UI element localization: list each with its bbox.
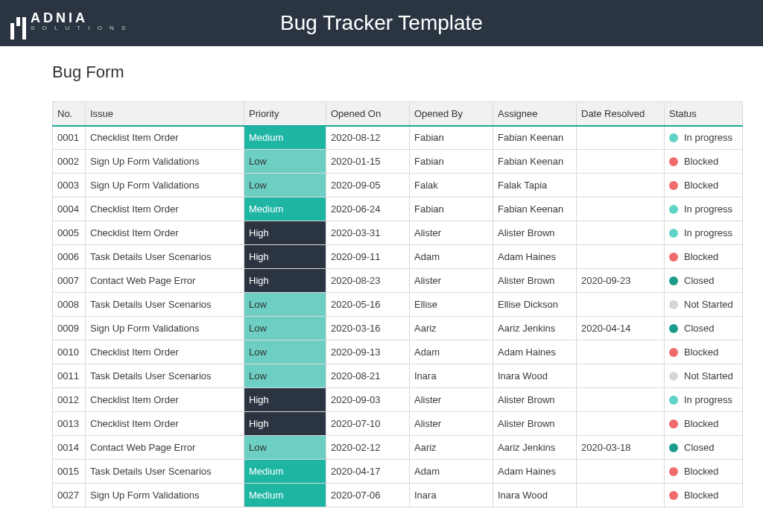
cell-no[interactable]: 0027 [53, 484, 86, 507]
cell-opened-by[interactable]: Alister [410, 221, 493, 245]
cell-priority[interactable]: High [244, 412, 326, 436]
table-row[interactable]: 0010Checklist Item OrderLow2020-09-13Ada… [53, 341, 743, 364]
table-row[interactable]: 0012Checklist Item OrderHigh2020-09-03Al… [53, 388, 743, 412]
cell-issue[interactable]: Sign Up Form Validations [86, 150, 244, 174]
cell-no[interactable]: 0013 [53, 412, 86, 436]
cell-no[interactable]: 0012 [53, 388, 86, 412]
cell-opened-on[interactable]: 2020-03-16 [326, 317, 410, 341]
cell-opened-by[interactable]: Aariz [410, 317, 493, 341]
cell-opened-by[interactable]: Adam [410, 460, 493, 484]
cell-opened-by[interactable]: Ellise [410, 293, 493, 317]
cell-status[interactable]: Blocked [665, 174, 743, 197]
cell-assignee[interactable]: Adam Haines [493, 245, 577, 269]
table-row[interactable]: 0007Contact Web Page ErrorHigh2020-08-23… [53, 269, 743, 293]
cell-opened-by[interactable]: Fabian [410, 150, 493, 174]
cell-no[interactable]: 0009 [53, 317, 86, 341]
cell-date-resolved[interactable]: 2020-04-14 [577, 317, 665, 341]
table-row[interactable]: 0011Task Details User ScenariosLow2020-0… [53, 364, 743, 388]
cell-priority[interactable]: Low [244, 293, 326, 317]
cell-date-resolved[interactable] [577, 460, 665, 484]
cell-status[interactable]: Closed [665, 317, 743, 341]
cell-status[interactable]: Blocked [665, 412, 743, 436]
cell-no[interactable]: 0007 [53, 269, 86, 293]
cell-opened-by[interactable]: Adam [410, 341, 493, 364]
cell-no[interactable]: 0005 [53, 221, 86, 245]
cell-opened-on[interactable]: 2020-09-05 [326, 174, 410, 197]
cell-assignee[interactable]: Aariz Jenkins [493, 317, 577, 341]
cell-opened-on[interactable]: 2020-07-06 [326, 484, 410, 507]
cell-priority[interactable]: Medium [244, 126, 326, 150]
cell-priority[interactable]: High [244, 269, 326, 293]
cell-opened-by[interactable]: Alister [410, 412, 493, 436]
cell-date-resolved[interactable] [577, 388, 665, 412]
cell-assignee[interactable]: Adam Haines [493, 341, 577, 364]
cell-status[interactable]: In progress [665, 221, 743, 245]
table-row[interactable]: 0006Task Details User ScenariosHigh2020-… [53, 245, 743, 269]
cell-no[interactable]: 0015 [53, 460, 86, 484]
cell-status[interactable]: In progress [665, 197, 743, 221]
cell-opened-on[interactable]: 2020-03-31 [326, 221, 410, 245]
cell-priority[interactable]: Low [244, 317, 326, 341]
col-status[interactable]: Status [665, 102, 743, 126]
table-row[interactable]: 0009Sign Up Form ValidationsLow2020-03-1… [53, 317, 743, 341]
cell-date-resolved[interactable] [577, 174, 665, 197]
cell-date-resolved[interactable] [577, 364, 665, 388]
cell-no[interactable]: 0014 [53, 436, 86, 460]
cell-no[interactable]: 0010 [53, 341, 86, 364]
table-row[interactable]: 0004Checklist Item OrderMedium2020-06-24… [53, 197, 743, 221]
cell-priority[interactable]: Low [244, 364, 326, 388]
cell-issue[interactable]: Checklist Item Order [86, 388, 244, 412]
cell-issue[interactable]: Checklist Item Order [86, 197, 244, 221]
cell-priority[interactable]: Low [244, 174, 326, 197]
cell-status[interactable]: Not Started [665, 293, 743, 317]
cell-opened-by[interactable]: Fabian [410, 197, 493, 221]
cell-opened-on[interactable]: 2020-08-23 [326, 269, 410, 293]
cell-issue[interactable]: Sign Up Form Validations [86, 317, 244, 341]
cell-issue[interactable]: Checklist Item Order [86, 126, 244, 150]
cell-assignee[interactable]: Inara Wood [493, 484, 577, 507]
cell-assignee[interactable]: Alister Brown [493, 388, 577, 412]
cell-status[interactable]: Blocked [665, 341, 743, 364]
table-row[interactable]: 0013Checklist Item OrderHigh2020-07-10Al… [53, 412, 743, 436]
cell-assignee[interactable]: Fabian Keenan [493, 197, 577, 221]
cell-issue[interactable]: Contact Web Page Error [86, 269, 244, 293]
table-row[interactable]: 0002Sign Up Form ValidationsLow2020-01-1… [53, 150, 743, 174]
table-row[interactable]: 0015Task Details User ScenariosMedium202… [53, 460, 743, 484]
table-row[interactable]: 0014Contact Web Page ErrorLow2020-02-12A… [53, 436, 743, 460]
cell-status[interactable]: In progress [665, 388, 743, 412]
cell-opened-by[interactable]: Alister [410, 388, 493, 412]
col-issue[interactable]: Issue [86, 102, 244, 126]
cell-assignee[interactable]: Inara Wood [493, 364, 577, 388]
cell-date-resolved[interactable] [577, 412, 665, 436]
cell-issue[interactable]: Checklist Item Order [86, 221, 244, 245]
cell-priority[interactable]: Low [244, 150, 326, 174]
cell-date-resolved[interactable]: 2020-03-18 [577, 436, 665, 460]
cell-issue[interactable]: Contact Web Page Error [86, 436, 244, 460]
cell-assignee[interactable]: Fabian Keenan [493, 126, 577, 150]
col-opened-by[interactable]: Opened By [410, 102, 493, 126]
col-no[interactable]: No. [53, 102, 86, 126]
cell-assignee[interactable]: Alister Brown [493, 221, 577, 245]
col-priority[interactable]: Priority [244, 102, 326, 126]
cell-issue[interactable]: Sign Up Form Validations [86, 174, 244, 197]
col-assignee[interactable]: Assignee [493, 102, 577, 126]
cell-status[interactable]: Blocked [665, 150, 743, 174]
cell-priority[interactable]: Low [244, 341, 326, 364]
cell-assignee[interactable]: Alister Brown [493, 412, 577, 436]
table-row[interactable]: 0003Sign Up Form ValidationsLow2020-09-0… [53, 174, 743, 197]
cell-date-resolved[interactable] [577, 150, 665, 174]
cell-opened-on[interactable]: 2020-02-12 [326, 436, 410, 460]
table-row[interactable]: 0005Checklist Item OrderHigh2020-03-31Al… [53, 221, 743, 245]
cell-no[interactable]: 0004 [53, 197, 86, 221]
cell-priority[interactable]: Medium [244, 460, 326, 484]
cell-date-resolved[interactable] [577, 221, 665, 245]
cell-opened-by[interactable]: Fabian [410, 126, 493, 150]
cell-assignee[interactable]: Alister Brown [493, 269, 577, 293]
table-row[interactable]: 0001Checklist Item OrderMedium2020-08-12… [53, 126, 743, 150]
cell-assignee[interactable]: Falak Tapia [493, 174, 577, 197]
cell-issue[interactable]: Task Details User Scenarios [86, 364, 244, 388]
col-date-resolved[interactable]: Date Resolved [577, 102, 665, 126]
cell-opened-on[interactable]: 2020-09-03 [326, 388, 410, 412]
cell-opened-by[interactable]: Aariz [410, 436, 493, 460]
cell-assignee[interactable]: Ellise Dickson [493, 293, 577, 317]
